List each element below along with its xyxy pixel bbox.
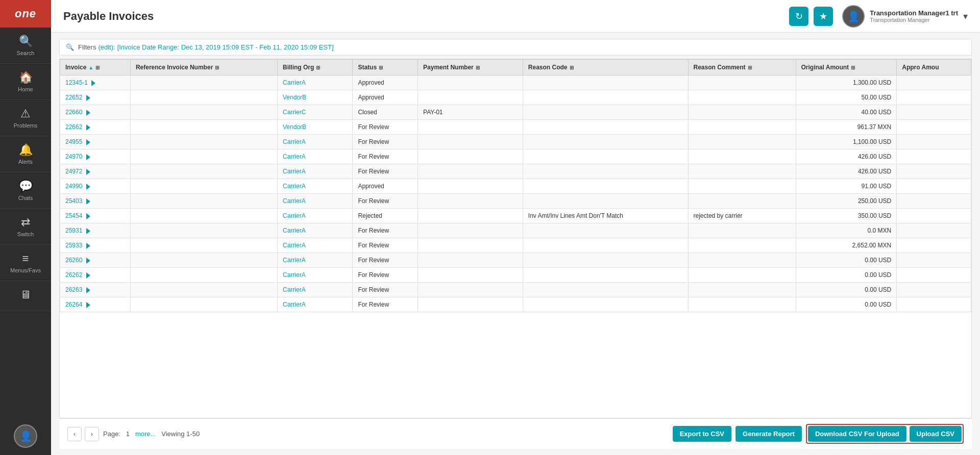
original-amount-cell: 961.37 MXN — [796, 120, 897, 135]
billing-org-link[interactable]: CarrierA — [278, 194, 353, 209]
invoice-link[interactable]: 24955 — [60, 135, 131, 149]
invoice-link[interactable]: 25933 — [60, 238, 131, 253]
sidebar-logo[interactable]: one — [0, 0, 51, 28]
invoice-link[interactable]: 26262 — [60, 268, 131, 283]
billing-org-link[interactable]: VendorB — [278, 120, 353, 135]
billing-org-link[interactable]: CarrierA — [278, 223, 353, 238]
col-status[interactable]: Status ⊞ — [353, 60, 418, 75]
billing-org-link[interactable]: CarrierA — [278, 209, 353, 223]
col-payment-number[interactable]: Payment Number ⊞ — [418, 60, 523, 75]
invoice-link[interactable]: 24990 — [60, 179, 131, 194]
reason-code-cell — [523, 149, 688, 164]
invoice-link[interactable]: 22652 — [60, 90, 131, 105]
filter-edit-link[interactable]: (edit): — [98, 43, 115, 51]
table-row: 26263 CarrierAFor Review0.00 USD — [60, 283, 971, 297]
billing-org-link[interactable]: VendorB — [278, 90, 353, 105]
more-pages-link[interactable]: more... — [135, 430, 156, 438]
invoice-link[interactable]: 22662 — [60, 120, 131, 135]
reason-code-cell — [523, 238, 688, 253]
chevron-down-icon[interactable]: ▾ — [963, 11, 968, 22]
original-amount-cell: 0.00 USD — [796, 253, 897, 268]
status-cell: For Review — [353, 120, 418, 135]
sidebar-item-home[interactable]: 🏠 Home — [0, 64, 51, 100]
sidebar-item-display[interactable]: 🖥 — [0, 281, 51, 311]
star-icon: ★ — [819, 11, 827, 22]
billing-org-link[interactable]: CarrierA — [278, 164, 353, 179]
ref-invoice-cell — [130, 149, 277, 164]
appro-amount-cell — [897, 194, 971, 209]
status-cell: Rejected — [353, 209, 418, 223]
reason-code-cell — [523, 179, 688, 194]
ref-invoice-cell — [130, 194, 277, 209]
col-filter-icon[interactable]: ⊞ — [851, 65, 855, 70]
invoice-table-container[interactable]: Invoice ▲ ⊞ Reference Invoice Number ⊞ — [59, 59, 972, 418]
sidebar-item-menus[interactable]: ≡ Menus/Favs — [0, 245, 51, 281]
original-amount-cell: 0.0 MXN — [796, 223, 897, 238]
col-filter-icon[interactable]: ⊞ — [476, 65, 480, 70]
row-indicator — [86, 139, 90, 145]
reason-comment-cell — [688, 135, 796, 149]
billing-org-link[interactable]: CarrierA — [278, 135, 353, 149]
col-filter-icon[interactable]: ⊞ — [215, 65, 219, 70]
row-indicator — [86, 302, 90, 308]
refresh-button[interactable]: ↻ — [789, 7, 808, 26]
col-filter-icon[interactable]: ⊞ — [95, 65, 100, 70]
sidebar-item-alerts[interactable]: 🔔 Alerts — [0, 136, 51, 172]
sidebar-item-switch[interactable]: ⇄ Switch — [0, 209, 51, 245]
col-reason-code[interactable]: Reason Code ⊞ — [523, 60, 688, 75]
col-reason-comment[interactable]: Reason Comment ⊞ — [688, 60, 796, 75]
col-filter-icon[interactable]: ⊞ — [748, 65, 752, 70]
upload-csv-button[interactable]: Upload CSV — [910, 426, 962, 442]
sidebar-avatar[interactable]: 👤 — [14, 417, 37, 455]
search-icon: 🔍 — [19, 35, 33, 48]
billing-org-link[interactable]: CarrierA — [278, 238, 353, 253]
col-filter-icon[interactable]: ⊞ — [379, 65, 383, 70]
billing-org-link[interactable]: CarrierA — [278, 268, 353, 283]
table-body: 12345-1 CarrierAApproved1,300.00 USD2265… — [60, 75, 971, 312]
col-original-amount[interactable]: Original Amount ⊞ — [796, 60, 897, 75]
export-csv-button[interactable]: Export to CSV — [673, 426, 731, 442]
billing-org-link[interactable]: CarrierA — [278, 297, 353, 312]
invoice-link[interactable]: 24970 — [60, 149, 131, 164]
reason-code-cell — [523, 253, 688, 268]
col-ref-invoice[interactable]: Reference Invoice Number ⊞ — [130, 60, 277, 75]
col-filter-icon[interactable]: ⊞ — [316, 65, 320, 70]
prev-page-button[interactable]: ‹ — [67, 427, 82, 441]
user-info: Transportation Manager1 trt Transportati… — [870, 9, 958, 23]
invoice-link[interactable]: 26260 — [60, 253, 131, 268]
download-csv-button[interactable]: Download CSV For Upload — [808, 426, 906, 442]
payment-number-cell — [418, 75, 523, 90]
invoice-link[interactable]: 24972 — [60, 164, 131, 179]
billing-org-link[interactable]: CarrierA — [278, 179, 353, 194]
invoice-link[interactable]: 25931 — [60, 223, 131, 238]
user-menu[interactable]: 👤 Transportation Manager1 trt Transporta… — [842, 5, 968, 28]
invoice-link[interactable]: 22660 — [60, 105, 131, 120]
sidebar-item-problems[interactable]: ⚠ Problems — [0, 100, 51, 136]
ref-invoice-cell — [130, 209, 277, 223]
sort-asc-icon[interactable]: ▲ — [88, 65, 93, 70]
invoice-link[interactable]: 12345-1 — [60, 75, 131, 90]
billing-org-link[interactable]: CarrierC — [278, 105, 353, 120]
col-billing-org[interactable]: Billing Org ⊞ — [278, 60, 353, 75]
sidebar-item-chats[interactable]: 💬 Chats — [0, 172, 51, 209]
invoice-link[interactable]: 26264 — [60, 297, 131, 312]
col-filter-icon[interactable]: ⊞ — [570, 65, 574, 70]
payment-number-cell — [418, 223, 523, 238]
next-page-button[interactable]: › — [85, 427, 99, 441]
billing-org-link[interactable]: CarrierA — [278, 75, 353, 90]
invoice-link[interactable]: 26263 — [60, 283, 131, 297]
invoice-link[interactable]: 25454 — [60, 209, 131, 223]
sidebar-item-search[interactable]: 🔍 Search — [0, 28, 51, 64]
invoice-link[interactable]: 25403 — [60, 194, 131, 209]
row-indicator — [86, 169, 90, 175]
generate-report-button[interactable]: Generate Report — [736, 426, 802, 442]
col-appro-amount[interactable]: Appro Amou — [897, 60, 971, 75]
billing-org-link[interactable]: CarrierA — [278, 283, 353, 297]
reason-comment-cell — [688, 297, 796, 312]
viewing-label: Viewing 1-50 — [161, 430, 200, 438]
star-button[interactable]: ★ — [814, 7, 833, 26]
billing-org-link[interactable]: CarrierA — [278, 253, 353, 268]
col-invoice[interactable]: Invoice ▲ ⊞ — [60, 60, 131, 75]
billing-org-link[interactable]: CarrierA — [278, 149, 353, 164]
payment-number-cell — [418, 268, 523, 283]
